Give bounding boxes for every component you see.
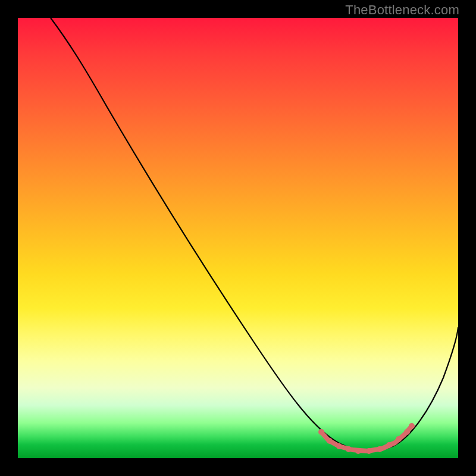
marker-dot [396, 436, 402, 442]
marker-dot [377, 446, 383, 452]
marker-dot [318, 429, 324, 435]
marker-dot [404, 429, 410, 435]
marker-dot [355, 448, 361, 454]
marker-dot [386, 442, 392, 448]
marker-dot [409, 423, 415, 429]
marker-dot [366, 448, 372, 454]
bottleneck-curve [51, 18, 458, 450]
marker-dot [336, 443, 342, 449]
chart-frame: TheBottleneck.com [0, 0, 476, 476]
plot-area [18, 18, 458, 458]
watermark-text: TheBottleneck.com [345, 2, 459, 18]
marker-dot [327, 438, 333, 444]
chart-svg [18, 18, 458, 458]
marker-dot [346, 446, 352, 452]
